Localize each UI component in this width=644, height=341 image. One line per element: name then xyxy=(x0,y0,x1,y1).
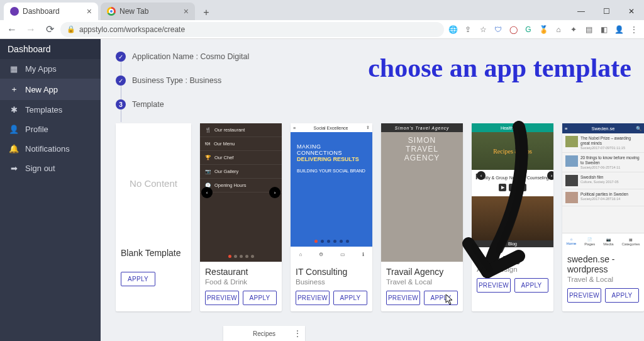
template-card-health: Health Food Recipes & Tips ‹› Family & G… xyxy=(472,123,553,311)
minimize-button[interactable]: — xyxy=(569,3,594,20)
preview-button[interactable]: PREVIEW xyxy=(477,278,511,293)
template-card-it-consulting: ≡Social Excellence⇪ MAKING CONNECTIONS D… xyxy=(291,123,372,311)
template-grid: No Content Blank Template APPLY 🍴Our res… xyxy=(101,123,644,318)
star-icon[interactable]: ☆ xyxy=(477,23,489,36)
favicon-newtab xyxy=(107,7,116,16)
browser-chrome: Dashboard × New Tab × + — ☐ ✕ ← → ⟳ 🔒 ap… xyxy=(0,0,644,39)
template-category: Art & Design xyxy=(472,264,553,278)
medal-icon[interactable]: 🏅 xyxy=(537,23,550,36)
url-field[interactable]: 🔒 appstylo.com/workspace/create xyxy=(60,22,444,37)
lock-icon: 🔒 xyxy=(67,25,75,33)
step-label: Business Type : Business xyxy=(132,76,221,85)
profile-avatar[interactable]: 👤 xyxy=(613,23,625,36)
preview-mock: ≡Social Excellence⇪ MAKING CONNECTIONS D… xyxy=(291,123,372,262)
facebook-icon: f xyxy=(509,184,516,191)
services-tab-icon: ⚙ xyxy=(319,252,323,257)
signout-icon: ➡ xyxy=(9,164,19,173)
puzzle-icon[interactable]: ✦ xyxy=(567,23,580,36)
preview-button[interactable]: PREVIEW xyxy=(296,291,330,305)
apply-button[interactable]: APPLY xyxy=(514,278,548,293)
user-icon: 👤 xyxy=(9,125,19,134)
main-content: choose an app template Application Name … xyxy=(101,39,644,341)
grammarly-icon[interactable]: G xyxy=(522,23,535,36)
template-title: IT Consulting xyxy=(291,262,372,277)
home-icon: ⌂ xyxy=(570,237,573,241)
apply-button[interactable]: APPLY xyxy=(243,291,277,305)
kebab-menu-icon[interactable]: ⋮ xyxy=(294,329,301,338)
back-button[interactable]: ← xyxy=(4,21,20,38)
home-icon[interactable]: ⌂ xyxy=(552,23,565,36)
reading-list-icon[interactable]: ▤ xyxy=(582,23,595,36)
sidebar-item-profile[interactable]: 👤 Profile xyxy=(0,120,101,139)
sidebar-item-label: Profile xyxy=(25,125,48,134)
sidebar-item-notifications[interactable]: 🔔 Notifications xyxy=(0,139,101,159)
preview-button[interactable]: PREVIEW xyxy=(386,291,420,305)
origin-icon[interactable]: ◯ xyxy=(507,23,519,36)
address-bar: ← → ⟳ 🔒 appstylo.com/workspace/create 🌐 … xyxy=(0,20,644,39)
gtranslate-icon[interactable]: 🌐 xyxy=(447,23,459,36)
template-card-travel: Simon's Travel Agency SIMON TRAVEL AGENC… xyxy=(381,123,463,311)
menu-icon[interactable]: ⋮ xyxy=(628,23,640,36)
side-panel-icon[interactable]: ◧ xyxy=(597,23,610,36)
dish-icon: 🍽 xyxy=(205,141,210,147)
preview-button[interactable]: PREVIEW xyxy=(205,291,239,305)
maximize-button[interactable]: ☐ xyxy=(594,3,619,20)
about-tab-icon: ℹ xyxy=(362,252,364,257)
sidebar: Dashboard ▦ My Apps ＋ New App ✱ Template… xyxy=(0,39,101,341)
pages-icon: 📄 xyxy=(587,237,592,242)
apply-button[interactable]: APPLY xyxy=(605,288,639,303)
share-icon[interactable]: ⇪ xyxy=(462,23,474,36)
apply-button[interactable]: APPLY xyxy=(121,272,155,286)
browser-tab-active[interactable]: Dashboard × xyxy=(4,3,98,20)
template-preview: ≡Sweden.se🔍 The Nobel Prize – awarding g… xyxy=(562,123,644,249)
tab-title: Dashboard xyxy=(23,7,60,16)
template-preview: 🍴Our restaurant 🍽Our Menu 🏆Our Chef 📷Our… xyxy=(200,123,282,262)
media-icon: 📷 xyxy=(606,237,611,242)
reload-button[interactable]: ⟳ xyxy=(42,21,58,38)
sidebar-item-new-app[interactable]: ＋ New App xyxy=(0,79,101,100)
menu-icon: ≡ xyxy=(293,126,296,130)
chevron-right-icon: › xyxy=(547,171,553,180)
no-content-label: No Content xyxy=(130,178,177,189)
sidebar-item-templates[interactable]: ✱ Templates xyxy=(0,100,101,120)
youtube-icon: ▶ xyxy=(499,184,506,191)
menu-icon: ≡ xyxy=(565,126,567,131)
twitter-icon: t xyxy=(519,184,526,191)
window-controls: — ☐ ✕ xyxy=(569,3,644,20)
forward-button[interactable]: → xyxy=(23,21,39,38)
template-card-peek: Recipes ⋮ xyxy=(223,326,305,341)
template-preview: ≡Social Excellence⇪ MAKING CONNECTIONS D… xyxy=(291,123,372,262)
step-number-icon: 3 xyxy=(116,99,126,109)
camera-icon: 📷 xyxy=(205,169,211,174)
template-title: Recipes xyxy=(253,330,275,337)
close-tab-icon[interactable]: × xyxy=(87,6,92,16)
new-tab-button[interactable]: + xyxy=(199,5,214,20)
sidebar-item-label: Sign out xyxy=(25,164,55,173)
template-category xyxy=(116,258,191,272)
close-window-button[interactable]: ✕ xyxy=(619,3,644,20)
sidebar-item-label: New App xyxy=(25,85,58,94)
step-label: Template xyxy=(132,100,164,109)
apply-button[interactable]: APPLY xyxy=(333,291,367,305)
tab-strip: Dashboard × New Tab × + — ☐ ✕ xyxy=(0,0,644,20)
mouse-cursor-icon xyxy=(445,294,454,305)
template-card-sweden: ≡Sweden.se🔍 The Nobel Prize – awarding g… xyxy=(562,123,644,311)
plus-icon: ＋ xyxy=(9,84,19,95)
check-icon xyxy=(116,75,126,86)
categories-icon: ▦ xyxy=(629,237,633,242)
preview-mock: Health Food Recipes & Tips ‹› Family & G… xyxy=(472,123,553,249)
sidebar-item-my-apps[interactable]: ▦ My Apps xyxy=(0,59,101,79)
preview-button[interactable]: PREVIEW xyxy=(567,288,601,303)
puzzle-icon: ✱ xyxy=(9,105,19,115)
home-tab-icon: ⌂ xyxy=(299,252,302,257)
sidebar-item-signout[interactable]: ➡ Sign out xyxy=(0,159,101,178)
sidebar-title: Dashboard xyxy=(0,39,101,59)
url-text: appstylo.com/workspace/create xyxy=(79,25,185,34)
preview-mock: Simon's Travel Agency SIMON TRAVEL AGENC… xyxy=(381,123,463,262)
check-icon xyxy=(116,52,126,62)
step-template[interactable]: 3 Template xyxy=(116,99,629,109)
shield-icon[interactable]: 🛡 xyxy=(492,23,504,36)
close-tab-icon[interactable]: × xyxy=(184,6,189,16)
browser-tab-inactive[interactable]: New Tab × xyxy=(101,3,195,20)
template-preview: No Content xyxy=(116,123,191,243)
